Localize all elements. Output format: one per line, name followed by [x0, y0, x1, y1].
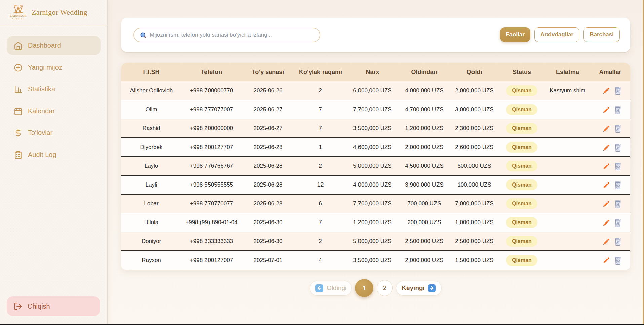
svg-text:WEDDING: WEDDING: [12, 18, 25, 20]
svg-text:ZARNIGOR: ZARNIGOR: [10, 14, 27, 17]
